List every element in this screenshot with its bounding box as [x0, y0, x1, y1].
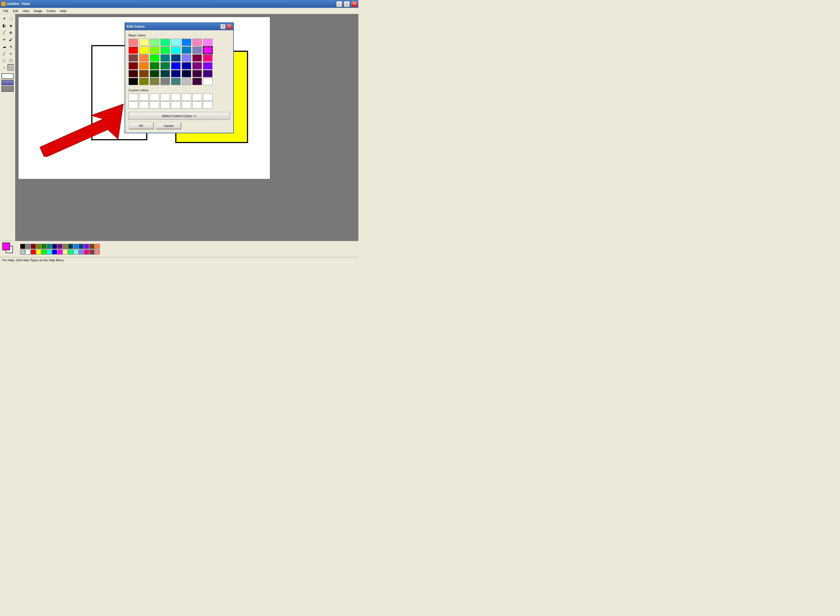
basic-color-swatch-15[interactable]	[203, 47, 213, 54]
basic-color-swatch-46[interactable]	[192, 78, 202, 85]
basic-color-swatch-12[interactable]	[171, 47, 180, 54]
basic-color-swatch-43[interactable]	[160, 78, 170, 85]
basic-color-swatch-24[interactable]	[129, 62, 138, 69]
close-button[interactable]: ✕	[352, 1, 357, 7]
basic-color-swatch-45[interactable]	[182, 78, 191, 85]
basic-color-swatch-42[interactable]	[150, 78, 159, 85]
palette-swatch-top-2[interactable]	[31, 244, 36, 249]
palette-swatch-bottom-10[interactable]	[73, 249, 78, 255]
palette-swatch-top-12[interactable]	[84, 244, 89, 249]
basic-color-swatch-26[interactable]	[150, 62, 159, 69]
basic-color-swatch-0[interactable]	[129, 39, 138, 46]
palette-swatch-bottom-1[interactable]	[25, 249, 31, 255]
basic-color-swatch-34[interactable]	[150, 70, 159, 77]
custom-color-swatch-11[interactable]	[160, 101, 170, 109]
basic-color-swatch-5[interactable]	[182, 39, 191, 46]
basic-color-swatch-32[interactable]	[129, 70, 138, 77]
custom-color-swatch-6[interactable]	[192, 94, 202, 101]
basic-color-swatch-8[interactable]	[129, 47, 138, 54]
custom-color-swatch-2[interactable]	[150, 94, 159, 101]
define-custom-colors-button[interactable]: Define Custom Colors >>	[129, 112, 230, 120]
custom-color-swatch-10[interactable]	[150, 101, 159, 109]
basic-color-swatch-35[interactable]	[160, 70, 170, 77]
basic-color-swatch-6[interactable]	[192, 39, 202, 46]
basic-color-swatch-40[interactable]	[129, 78, 138, 85]
tool-line[interactable]: ╱	[1, 50, 7, 57]
custom-color-swatch-14[interactable]	[192, 101, 202, 109]
custom-color-swatch-0[interactable]	[129, 94, 138, 101]
custom-color-swatch-5[interactable]	[182, 94, 191, 101]
tool-pencil[interactable]: ✏	[1, 36, 7, 43]
palette-swatch-top-6[interactable]	[52, 244, 57, 249]
tool-curve[interactable]: ∿	[8, 50, 14, 57]
custom-color-swatch-3[interactable]	[160, 94, 170, 101]
tool-ellipse[interactable]: ○	[1, 64, 7, 71]
tool-eyedropper[interactable]: ╱	[1, 29, 7, 36]
ok-button[interactable]: OK	[129, 122, 154, 129]
basic-color-swatch-10[interactable]	[150, 47, 159, 54]
style-option-filled[interactable]	[1, 80, 14, 85]
tool-airbrush[interactable]: ☁	[1, 43, 7, 50]
basic-color-swatch-9[interactable]	[139, 47, 149, 54]
basic-color-swatch-2[interactable]	[150, 39, 159, 46]
basic-color-swatch-25[interactable]	[139, 62, 149, 69]
palette-swatch-bottom-12[interactable]	[84, 249, 89, 255]
basic-color-swatch-41[interactable]	[139, 78, 149, 85]
palette-swatch-top-5[interactable]	[47, 244, 52, 249]
palette-swatch-top-1[interactable]	[25, 244, 31, 249]
custom-color-swatch-7[interactable]	[203, 94, 213, 101]
basic-color-swatch-39[interactable]	[203, 70, 213, 77]
tool-rect[interactable]: □	[1, 57, 7, 64]
tool-rounded-rect[interactable]: ▢	[7, 64, 14, 71]
palette-swatch-bottom-9[interactable]	[68, 249, 73, 255]
palette-swatch-top-10[interactable]	[73, 244, 78, 249]
tool-text[interactable]: A	[8, 43, 14, 50]
basic-color-swatch-28[interactable]	[171, 62, 180, 69]
palette-swatch-top-3[interactable]	[36, 244, 41, 249]
menu-help[interactable]: Help	[58, 9, 69, 13]
dialog-help-button[interactable]: ?	[220, 24, 226, 29]
basic-color-swatch-31[interactable]	[203, 62, 213, 69]
basic-color-swatch-36[interactable]	[171, 70, 180, 77]
custom-color-swatch-13[interactable]	[182, 101, 191, 109]
custom-color-swatch-12[interactable]	[171, 101, 180, 109]
maximize-button[interactable]: □	[344, 1, 350, 7]
basic-color-swatch-1[interactable]	[139, 39, 149, 46]
palette-swatch-top-8[interactable]	[63, 244, 68, 249]
basic-color-swatch-27[interactable]	[160, 62, 170, 69]
menu-file[interactable]: File	[1, 9, 11, 13]
custom-color-swatch-4[interactable]	[171, 94, 180, 101]
cancel-button[interactable]: Cancel	[156, 122, 181, 129]
custom-color-swatch-1[interactable]	[139, 94, 149, 101]
basic-color-swatch-21[interactable]	[182, 54, 191, 62]
style-option-solid[interactable]	[1, 86, 14, 92]
tool-magnify[interactable]: ⊕	[8, 29, 14, 36]
palette-swatch-bottom-7[interactable]	[57, 249, 62, 255]
tool-select-rect[interactable]: ⬚	[8, 15, 14, 22]
tool-select-free[interactable]: ✦	[1, 15, 7, 22]
basic-color-swatch-33[interactable]	[139, 70, 149, 77]
basic-color-swatch-14[interactable]	[192, 47, 202, 54]
canvas-area[interactable]: Edit Colors ? ✕ Basic colors: Custom col…	[15, 14, 358, 241]
tool-brush[interactable]: 🖌	[8, 36, 14, 43]
palette-swatch-bottom-5[interactable]	[47, 249, 52, 255]
palette-swatch-bottom-0[interactable]	[20, 249, 25, 255]
basic-color-swatch-30[interactable]	[192, 62, 202, 69]
palette-swatch-bottom-13[interactable]	[89, 249, 94, 255]
basic-color-swatch-13[interactable]	[182, 47, 191, 54]
basic-color-swatch-16[interactable]	[129, 54, 138, 62]
tool-eraser[interactable]: ◧	[1, 22, 7, 29]
palette-swatch-top-11[interactable]	[79, 244, 84, 249]
basic-color-swatch-4[interactable]	[171, 39, 180, 46]
basic-color-swatch-47[interactable]	[203, 78, 213, 85]
palette-swatch-top-13[interactable]	[89, 244, 94, 249]
basic-color-swatch-7[interactable]	[203, 39, 213, 46]
menu-colors[interactable]: Colors	[44, 9, 58, 13]
basic-color-swatch-22[interactable]	[192, 54, 202, 62]
basic-color-swatch-29[interactable]	[182, 62, 191, 69]
foreground-color-swatch[interactable]	[2, 242, 10, 250]
custom-color-swatch-9[interactable]	[139, 101, 149, 109]
palette-swatch-bottom-14[interactable]	[95, 249, 100, 255]
palette-swatch-top-4[interactable]	[41, 244, 47, 249]
menu-edit[interactable]: Edit	[11, 9, 21, 13]
